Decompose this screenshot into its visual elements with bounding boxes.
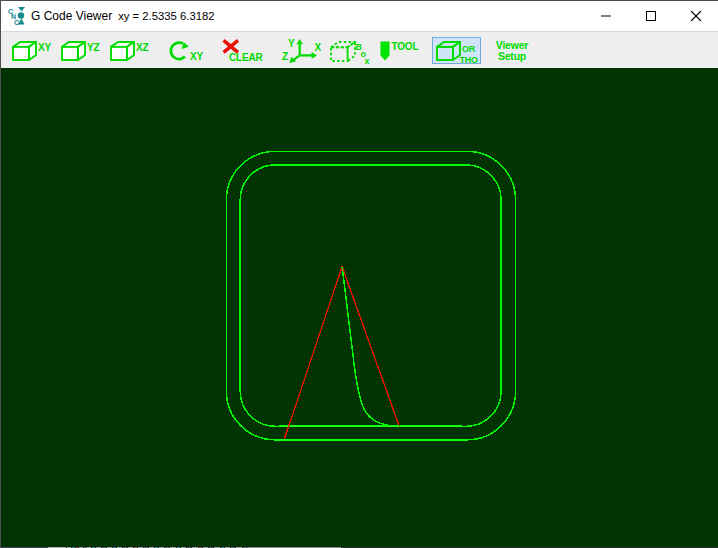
minimize-icon (600, 11, 611, 22)
axes-y-label: Y (288, 39, 294, 49)
maximize-button[interactable] (628, 1, 673, 31)
rotate-xy-button[interactable]: XY (168, 40, 206, 62)
maximize-icon (646, 11, 656, 21)
cube-icon (436, 41, 461, 61)
close-button[interactable] (673, 1, 718, 31)
rapid-move-right (342, 267, 399, 427)
rapid-move-left (284, 267, 342, 440)
viewer-setup-line2: Setup (489, 51, 535, 62)
view-xy-label: XY (38, 43, 51, 53)
view-xy-button[interactable]: XY (12, 40, 52, 62)
tool-label: TOOL (392, 42, 419, 52)
rotate-xy-label: XY (190, 52, 203, 62)
clear-label: CLEAR (229, 53, 262, 63)
title-bar: C N C G Code Viewerxy = 2.5335 6.3182 (1, 1, 718, 32)
outer-rounded-square (226, 151, 515, 439)
inner-rounded-square (240, 165, 501, 426)
tool-tip-icon (380, 41, 390, 61)
view-yz-label: YZ (87, 43, 99, 53)
ortho-label-bottom: THO (460, 55, 478, 65)
cube-icon (12, 41, 37, 61)
cube-icon (61, 41, 86, 61)
axes-z-label: Z (282, 52, 288, 62)
ortho-button[interactable]: OR THO (432, 37, 481, 64)
box-letter-x: x (365, 56, 370, 66)
minimize-button[interactable] (583, 1, 628, 31)
toolpath-drawing (1, 68, 718, 547)
ortho-label-top: OR (462, 44, 475, 54)
box-button[interactable]: B o x (330, 40, 372, 64)
viewer-setup-line1: Viewer (489, 40, 535, 51)
window-title-app: G Code Viewer (31, 9, 112, 23)
cube-icon (110, 41, 135, 61)
cnc-app-icon: C N C (8, 7, 25, 25)
rotate-arrow-icon (168, 40, 190, 62)
toolbar: XY YZ XZ (1, 32, 718, 68)
window-title-coords: xy = 2.5335 6.3182 (118, 10, 214, 22)
view-yz-button[interactable]: YZ (61, 40, 101, 62)
view-xz-button[interactable]: XZ (110, 40, 152, 62)
gcode-viewport[interactable] (1, 68, 718, 547)
dashed-cube-icon (330, 41, 356, 62)
close-icon (690, 11, 701, 22)
axes-x-label: X (315, 43, 321, 53)
axes-button[interactable]: Y X Z (280, 36, 322, 64)
viewer-setup-label: Viewer Setup (489, 40, 535, 62)
clear-button[interactable]: CLEAR (221, 38, 265, 64)
tool-button[interactable]: TOOL (380, 40, 420, 62)
window-title: G Code Viewerxy = 2.5335 6.3182 (31, 1, 215, 31)
view-xz-label: XZ (136, 43, 148, 53)
app-window: C N C G Code Viewerxy = 2.5335 6.3182 (0, 0, 718, 548)
